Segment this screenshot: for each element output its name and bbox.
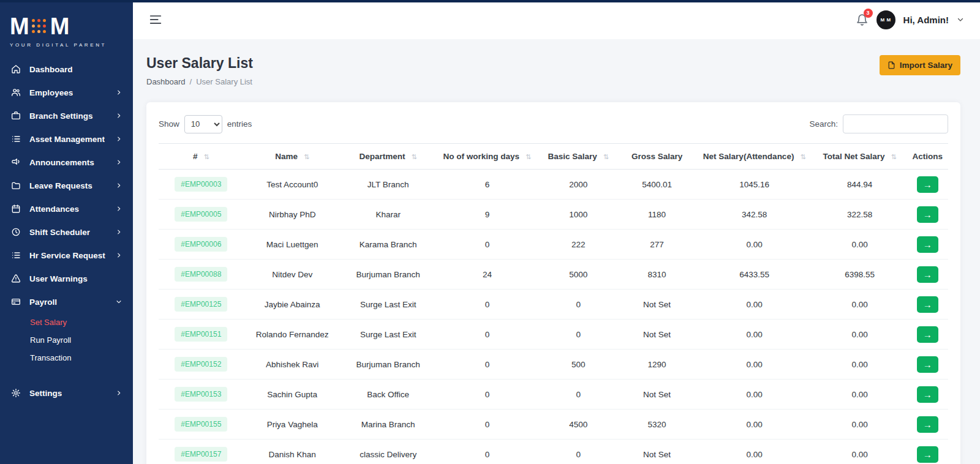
cell-department: Karama Branch [341,230,435,260]
cell-gross-salary: 1180 [617,200,696,230]
menu-toggle-button[interactable] [149,13,162,26]
row-action-button[interactable]: → [917,416,938,433]
logo-dots [32,19,48,35]
column-header-[interactable]: #⇅ [159,144,244,170]
cell-total-net-salary: 0.00 [813,230,907,260]
sidebar-item-asset-management[interactable]: Asset Management [0,127,133,151]
cell-net-salary: 0.00 [696,440,813,464]
cell-working-days: 0 [435,290,539,320]
employee-id-badge: #EMP00003 [175,177,227,192]
row-action-button[interactable]: → [917,236,938,253]
sort-icon: ⇅ [203,153,209,160]
table-row: #EMP00152Abhishek RaviBurjuman Branch050… [159,350,948,380]
chevron-down-icon[interactable] [957,16,964,23]
cell-basic-salary: 0 [539,320,617,350]
table-row: #EMP00151Rolando FernandezSurge Last Exi… [159,320,948,350]
row-action-button[interactable]: → [917,446,938,463]
row-action-button[interactable]: → [917,386,938,403]
app-logo[interactable]: M M YOUR DIGITAL PARENT [0,10,133,58]
cell-total-net-salary: 322.58 [813,200,907,230]
column-header-name[interactable]: Name⇅ [244,144,341,170]
file-import-icon [888,61,895,69]
chevron-right-icon [116,159,122,165]
sidebar-item-employees[interactable]: Employees [0,81,133,104]
employee-id-badge: #EMP00151 [175,327,227,342]
sidebar-subitem-transaction[interactable]: Transaction [0,349,133,367]
cell-name: Jaybie Abainza [244,290,341,320]
column-header-basic-salary[interactable]: Basic Salary⇅ [539,144,617,170]
column-header-net-salary-attendance[interactable]: Net Salary(Attendance)⇅ [696,144,813,170]
main-area: 3 M M Hi, Admin! User Salary List Dashbo… [133,0,980,464]
page-size-control: Show 10 entries [159,115,252,133]
chevron-down-icon [116,299,122,305]
sort-icon: ⇅ [603,153,609,160]
cell-working-days: 9 [435,200,539,230]
gear-icon [11,388,21,398]
table-row: #EMP00153Sachin GuptaBack Office00Not Se… [159,380,948,410]
cell-department: Burjuman Branch [341,260,435,290]
search-input[interactable] [843,114,948,133]
arrow-right-icon: → [923,209,932,220]
sidebar-subitem-run-payroll[interactable]: Run Payroll [0,331,133,349]
page-size-select[interactable]: 10 [184,115,222,133]
import-salary-button[interactable]: Import Salary [880,55,960,75]
arrow-right-icon: → [923,419,932,430]
logo-letter-left: M [10,15,29,38]
cell-working-days: 0 [435,440,539,464]
row-action-button[interactable]: → [917,356,938,373]
column-header-no-of-working-days[interactable]: No of working days⇅ [435,144,539,170]
megaphone-icon [11,157,21,167]
chevron-right-icon [116,252,122,258]
sidebar-item-label: Hr Service Request [29,251,105,260]
employee-id-badge: #EMP00155 [175,417,227,432]
cell-name: Maci Luettgen [244,230,341,260]
cell-name: Nirbhay PhD [244,200,341,230]
show-label: Show [159,119,179,129]
sidebar-item-label: Asset Management [29,135,105,144]
sidebar-item-label: Dashboard [29,65,73,74]
cell-net-salary: 0.00 [696,320,813,350]
sidebar-item-payroll[interactable]: Payroll [0,290,133,313]
logo-wordmark: M M [10,15,123,38]
sidebar-item-branch-settings[interactable]: Branch Settings [0,104,133,127]
avatar[interactable]: M M [876,10,895,29]
arrow-right-icon: → [923,179,932,190]
cell-name: Danish Khan [244,440,341,464]
row-action-button[interactable]: → [917,206,938,223]
row-action-button[interactable]: → [917,296,938,313]
table-header-row: #⇅Name⇅Department⇅No of working days⇅Bas… [159,144,948,170]
cell-total-net-salary: 0.00 [813,290,907,320]
sidebar-item-dashboard[interactable]: Dashboard [0,58,133,81]
cell-net-salary: 0.00 [696,380,813,410]
sidebar-item-announcements[interactable]: Announcements [0,151,133,174]
cell-working-days: 6 [435,170,539,200]
row-action-button[interactable]: → [917,326,938,343]
sidebar-item-attendances[interactable]: Attendances [0,197,133,220]
sidebar-item-hr-service-request[interactable]: Hr Service Request [0,244,133,267]
cell-total-net-salary: 0.00 [813,350,907,380]
row-action-button[interactable]: → [917,266,938,283]
user-greeting[interactable]: Hi, Admin! [903,15,949,25]
column-header-total-net-salary[interactable]: Total Net Salary⇅ [813,144,907,170]
breadcrumb-dashboard-link[interactable]: Dashboard [146,77,186,86]
cell-gross-salary: 5320 [617,410,696,440]
sidebar-item-settings[interactable]: Settings [0,381,133,405]
cell-gross-salary: 277 [617,230,696,260]
salary-table-card: Show 10 entries Search: #⇅Name⇅Departmen… [146,102,960,464]
column-header-department[interactable]: Department⇅ [341,144,435,170]
sidebar-item-label: Announcements [29,158,94,167]
table-row: #EMP00155Priya VaghelaMarina Branch04500… [159,410,948,440]
table-row: #EMP00005Nirbhay PhDKharar910001180342.5… [159,200,948,230]
sidebar-item-label: Settings [29,389,62,398]
chevron-right-icon [116,229,122,235]
sidebar-item-leave-requests[interactable]: Leave Requests [0,174,133,197]
sidebar-subitem-set-salary[interactable]: Set Salary [0,313,133,331]
notifications-button[interactable]: 3 [856,13,869,26]
folder-icon [11,181,21,190]
sidebar-item-shift-scheduler[interactable]: Shift Scheduler [0,220,133,244]
cell-basic-salary: 1000 [539,200,617,230]
payroll-icon [11,297,21,307]
row-action-button[interactable]: → [917,176,938,193]
employee-id-badge: #EMP00006 [175,237,227,252]
sidebar-item-user-warnings[interactable]: User Warnings [0,267,133,290]
